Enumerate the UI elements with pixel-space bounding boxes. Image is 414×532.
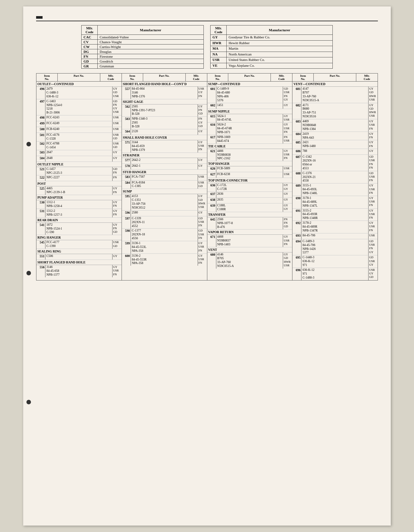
item-mfr-code: GY USR FN	[283, 123, 292, 135]
mfr-name: United States Rubber Co.	[227, 57, 333, 63]
table-row: 6714468 N59B0837 NPB-1403GY USR FN	[207, 235, 292, 247]
mfr-left-row: FNFirestone	[82, 54, 204, 59]
mfr-right-row: USRUnited States Rubber Co.	[211, 57, 333, 63]
item-mfr-code: GY FN GD	[113, 223, 122, 235]
item-mfr-code: USR GD	[113, 240, 122, 249]
item-parts: 4147 B707 33-AP-760 N59C0515-A	[301, 87, 369, 103]
table-row: 6214466 N59B0838 NPC-2162GY USR FN	[207, 149, 292, 162]
mfr-name: Vega Airplane Co.	[227, 63, 333, 69]
table-row: 563NPB-1340-3 2565 B-328FN GY GD	[122, 117, 207, 129]
item-number: 638	[207, 198, 216, 203]
mfr-right-row: NANorth American	[211, 52, 333, 57]
mfr-left-row: GDGoodrich	[82, 59, 204, 64]
table-row: 696636-K-12 971 C-1488-3USR GY GD	[292, 268, 378, 280]
item-number: 696	[292, 268, 301, 280]
item-parts: 3178-2 84-45-689R NPB-1347R	[301, 221, 369, 233]
table-row: 6804146 B705 33-AP-760 N59C0515-AGY GD H…	[207, 252, 292, 269]
item-mfr-code: GD USR FN GY	[369, 239, 378, 255]
item-parts: C-1489-3 84-45-706 NPB-1426 5377	[301, 239, 369, 255]
item-mfr-code: GY	[283, 198, 292, 203]
mfr-name: Firestone	[98, 54, 204, 59]
mfr-code: DG	[82, 49, 98, 54]
item-parts: C-1377 202XN-18 4556	[131, 229, 198, 241]
mfr-table-left: Mfr.Code Manufacturer CACConsolidated-Vu…	[81, 25, 204, 69]
item-mfr-code: GD USR FN FN	[369, 155, 378, 171]
item-parts: C-1339 202XN-11 4552	[131, 216, 198, 229]
item-mfr-code: GD USR FN GY	[283, 87, 292, 103]
item-mfr-code: GY FN	[369, 140, 378, 149]
item-number: 602	[207, 103, 216, 109]
item-mfr-code: GY USR FN	[283, 235, 292, 247]
item-parts: FCB-5889	[216, 166, 283, 172]
mfr-code: GR	[82, 64, 98, 69]
table-row: 6903178-1 84-45-689L NPB-1347LGY USR FN	[292, 196, 378, 209]
item-number: 498	[36, 115, 45, 121]
item-mfr-code: GY	[369, 149, 378, 154]
item-mfr-code: USR	[113, 115, 122, 121]
item-parts: NPB-1669 8445-674	[216, 135, 283, 143]
item-mfr-code: GD FN	[113, 167, 122, 175]
item-mfr-code: GY FN	[113, 200, 122, 209]
manufacturers-code-section: Mfr.Code Manufacturer CACConsolidated-Vu…	[36, 25, 378, 69]
mfr-code: NA	[211, 52, 227, 57]
mfr-right-row: MAMartin	[211, 46, 333, 52]
item-mfr-code: GY GY	[283, 183, 292, 192]
mfr-table-right: Mfr.Code Manufacturer GYGoodyear Tire & …	[210, 25, 333, 69]
item-number: 671	[207, 235, 216, 247]
item-mfr-code: GY USR	[283, 114, 292, 123]
category-heading: SUMP—Continued	[207, 82, 292, 87]
item-mfr-code: GD USR FN	[369, 171, 378, 183]
item-number: 601	[207, 87, 216, 103]
mfr-left-row: CACConsolidated-Vultee	[82, 35, 204, 40]
item-mfr-code: USR GD	[113, 133, 122, 141]
mfr-code: CW	[82, 44, 98, 49]
mfr-name: Consolidated-Vultee	[98, 35, 204, 40]
item-number: 695	[292, 255, 301, 268]
item-mfr-code: USR	[198, 175, 207, 180]
item-parts: FCA-8184 C-1385	[131, 181, 198, 189]
item-number: 584	[122, 181, 131, 189]
item-parts: 3178-1 84-45-689L NPB-1347L	[301, 196, 369, 208]
item-parts: C188L C188R	[216, 203, 283, 212]
item-number: 578	[122, 164, 131, 169]
item-number: 557	[122, 87, 131, 99]
table-row: 500FCB-6240USR	[36, 127, 122, 133]
item-parts: 2566 NPB-1077-8 B-476	[216, 217, 283, 230]
table-row: 6842419 NPA-643GY FN	[292, 132, 378, 141]
item-parts: 3155-1 84-45-693L NPB-1348L	[301, 183, 369, 196]
item-parts: 3146 84-45-658 NPB-1377	[45, 265, 113, 277]
item-parts: NPC-2227	[45, 175, 113, 181]
item-number: 681	[292, 87, 301, 103]
item-parts: 2565 NPB-1391-7-PT23 B-328	[131, 104, 198, 117]
category-heading: TOP HANGER	[207, 161, 292, 166]
manufacturer-header-left: Manufacturer	[98, 25, 204, 35]
item-mfr-code: FN USR	[283, 135, 292, 143]
category-heading: VENT	[207, 247, 292, 252]
table-row: 545FCC-4177 C-1390USR GD	[36, 240, 122, 249]
table-row: 522NPC-2227FN	[36, 175, 122, 181]
column-3: ItemNo. Part No. Mfr.Code SUMP—Continued…	[207, 73, 293, 281]
item-number: 639	[207, 203, 216, 212]
item-parts: 4153 C-1351 33-AP-756 N59C0512	[131, 194, 198, 210]
table-row: 686788GY	[292, 149, 378, 155]
item-mfr-code: GD FN GY USR	[113, 99, 122, 115]
item-number: 545	[36, 240, 45, 249]
item-mfr-code: GY USR FN	[283, 149, 292, 161]
item-mfr-code: USR	[113, 127, 122, 133]
category-heading: OUTLET NIPPLE	[36, 162, 122, 167]
item-number: 497	[36, 99, 45, 115]
item-mfr-code: GY	[113, 156, 122, 162]
mfr-left-row: GRGrumman	[82, 64, 204, 69]
item-number: 531	[36, 209, 45, 217]
category-heading: STUD HANGER	[122, 170, 207, 175]
mfr-code-header-left: Mfr.Code	[82, 25, 98, 35]
col-3-part-no: Part No.	[228, 74, 271, 81]
item-parts: C-1457 NPC-2125-3	[45, 167, 113, 175]
mfr-name: Hewitt Rubber	[227, 40, 333, 46]
restricted-badge	[36, 16, 43, 19]
item-number: 525	[36, 186, 45, 195]
item-parts: FCC-6249	[45, 121, 113, 127]
item-number: 551	[36, 254, 45, 260]
table-row: 521C-1457 NPC-2125-3GD FN	[36, 167, 122, 176]
item-number: 599	[122, 241, 131, 253]
